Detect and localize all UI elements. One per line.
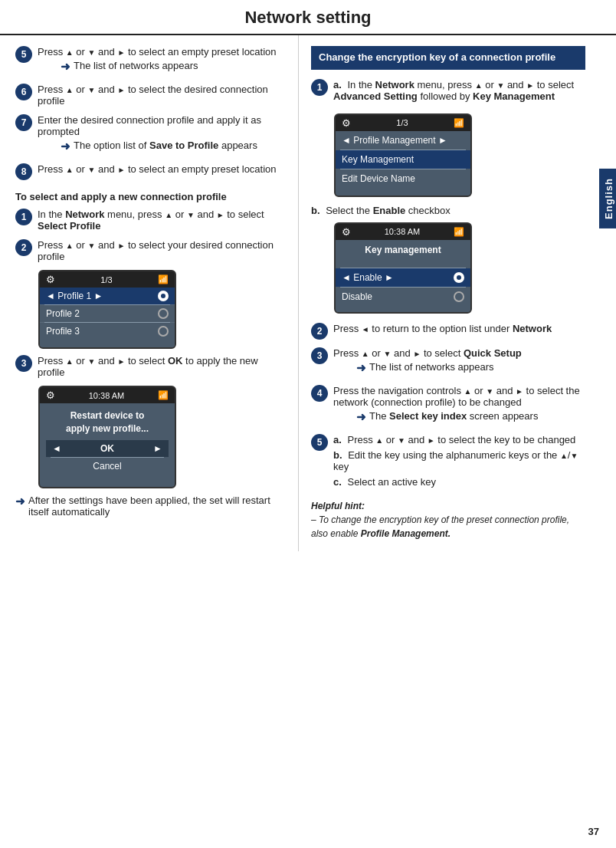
r-step-num-5: 5 bbox=[311, 434, 328, 451]
device-screen-profile: ⚙ 1/3 📶 ◄ Profile 1 ► Profile 2 Profile … bbox=[38, 270, 176, 349]
enable-screen-title: Key management bbox=[365, 245, 441, 255]
r-step-5b: b. Edit the key using the alphanumeric k… bbox=[333, 449, 585, 472]
left-column: 5 Press or and to select an empty preset… bbox=[0, 35, 299, 551]
profile-row-2: Profile 2 bbox=[40, 305, 175, 322]
km-row-profile: ◄ Profile Management ► bbox=[336, 131, 470, 150]
cancel-row: Cancel bbox=[46, 458, 169, 475]
step-num-5: 5 bbox=[15, 46, 32, 63]
right-tri: ► bbox=[153, 443, 162, 454]
sub-step-1: 1 In the Network menu, press or and to s… bbox=[15, 209, 286, 232]
subsection-title: To select and apply a new connection pro… bbox=[15, 191, 286, 202]
profile-2-label: Profile 2 bbox=[46, 308, 80, 319]
r-step-3-arrow: ➜ The list of networks appears bbox=[356, 361, 585, 375]
profile-row-1: ◄ Profile 1 ► bbox=[40, 288, 175, 304]
helpful-hint: Helpful hint: – To change the encryption… bbox=[311, 499, 585, 541]
left-tri: ◄ bbox=[52, 443, 61, 454]
r-step-5a: a. Press or and to select the key to be … bbox=[333, 434, 585, 445]
r-step-1a-text: In the Network menu, press or and to sel… bbox=[333, 79, 574, 102]
sub-step-3-text: Press or and to select OK to apply the n… bbox=[38, 355, 258, 378]
device-screen-enable: ⚙ 10:38 AM 📶 Key management ◄ Enable ► D… bbox=[334, 222, 472, 314]
profile-2-radio bbox=[158, 308, 169, 319]
profile-1-radio bbox=[158, 291, 169, 301]
profile-3-label: Profile 3 bbox=[46, 326, 80, 337]
screen-statusbar-enable: ⚙ 10:38 AM 📶 bbox=[336, 224, 470, 240]
km-profile-label: ◄ Profile Management ► bbox=[342, 135, 447, 146]
km-editdevice-label: Edit Device Name bbox=[342, 173, 415, 184]
r-step-1b-text: Select the Enable checkbox bbox=[326, 205, 451, 216]
r-step-num-1: 1 bbox=[311, 79, 328, 96]
r-step-5a-text: Press or and to select the key to be cha… bbox=[347, 434, 575, 445]
disable-row: Disable bbox=[336, 288, 470, 306]
km-keymgmt-label: Key Management bbox=[342, 154, 414, 165]
screen-body-1: ◄ Profile 1 ► Profile 2 Profile 3 bbox=[40, 288, 175, 347]
screen-status-km: 1/3 bbox=[396, 118, 408, 127]
step-7: 7 Enter the desired connection profile a… bbox=[15, 114, 286, 156]
profile-3-radio bbox=[158, 326, 169, 337]
disable-label: Disable bbox=[342, 291, 372, 302]
screen-statusbar-2: ⚙ 10:38 AM 📶 bbox=[40, 387, 175, 403]
r-step-num-3: 3 bbox=[311, 347, 328, 364]
r-step-5: 5 a. Press or and to select the key to b… bbox=[311, 434, 585, 491]
step-7-arrow-text: The option list of Save to Profile appea… bbox=[74, 140, 257, 151]
ok-row: ◄ OK ► bbox=[46, 440, 169, 457]
r-step-3-arrow-text: The list of networks appears bbox=[369, 361, 494, 373]
page-number: 37 bbox=[588, 826, 599, 837]
step-3-arrow-text: After the settings have been applied, th… bbox=[28, 495, 286, 518]
wifi-icon-2: 📶 bbox=[158, 390, 169, 400]
step-num-7: 7 bbox=[15, 114, 32, 131]
screen-status-2: 10:38 AM bbox=[89, 391, 124, 400]
wifi-icon-km: 📶 bbox=[454, 118, 464, 128]
english-tab: English bbox=[599, 169, 616, 228]
ok-label: OK bbox=[100, 443, 114, 454]
ok-screen-body: Restart device toapply new profile... ◄ … bbox=[40, 403, 175, 487]
section-heading: Change the encryption key of a connectio… bbox=[311, 46, 585, 70]
step-8-text: Press or and to select an empty preset l… bbox=[38, 163, 277, 175]
sub-step-2-text: Press or and to select your desired conn… bbox=[38, 239, 274, 262]
page-title: Network setting bbox=[0, 0, 616, 35]
step-5-text: Press or and to select an empty preset l… bbox=[38, 46, 277, 58]
r-step-3: 3 Press or and to select Quick Setup ➜ T… bbox=[311, 347, 585, 377]
disable-radio bbox=[454, 291, 464, 302]
r-step-1: 1 a. In the Network menu, press or and t… bbox=[311, 79, 585, 106]
device-screen-km: ⚙ 1/3 📶 ◄ Profile Management ► Key Manag… bbox=[334, 113, 472, 197]
screen-statusbar-1: ⚙ 1/3 📶 bbox=[40, 271, 175, 288]
r-step-5c-text: Select an active key bbox=[347, 476, 436, 488]
km-row-editdevice: Edit Device Name bbox=[336, 169, 470, 188]
screen-status-1: 1/3 bbox=[100, 275, 112, 284]
sub-step-2: 2 Press or and to select your desired co… bbox=[15, 239, 286, 262]
step-5: 5 Press or and to select an empty preset… bbox=[15, 46, 286, 76]
step-5-arrow-text: The list of networks appears bbox=[74, 60, 198, 71]
wifi-icon-enable: 📶 bbox=[454, 227, 464, 237]
r-step-2-text: Press to return to the option list under… bbox=[333, 323, 552, 334]
step-7-arrow: ➜ The option list of Save to Profile app… bbox=[61, 140, 286, 153]
r-step-3-text: Press or and to select Quick Setup bbox=[333, 347, 522, 359]
step-num-6: 6 bbox=[15, 84, 32, 100]
step-8: 8 Press or and to select an empty preset… bbox=[15, 163, 286, 180]
step-7-text: Enter the desired connection profile and… bbox=[38, 114, 261, 137]
km-screen-body: ◄ Profile Management ► Key Management Ed… bbox=[336, 131, 470, 196]
gear-icon: ⚙ bbox=[46, 274, 55, 285]
sub-step-1-text: In the Network menu, press or and to sel… bbox=[38, 209, 264, 232]
ok-screen-text: Restart device toapply new profile... bbox=[46, 409, 169, 436]
sub-step-num-1: 1 bbox=[15, 209, 32, 225]
sub-step-num-2: 2 bbox=[15, 239, 32, 256]
gear-icon-enable: ⚙ bbox=[342, 226, 351, 238]
sub-step-num-3: 3 bbox=[15, 355, 32, 372]
r-step-1b-label: b. bbox=[311, 205, 320, 216]
r-step-4-arrow: ➜ The Select key index screen appears bbox=[356, 410, 585, 424]
step-3-arrow: ➜ After the settings have been applied, … bbox=[15, 495, 286, 518]
r-step-5c: c. Select an active key bbox=[333, 476, 585, 488]
r-step-4: 4 Press the navigation controls or and t… bbox=[311, 385, 585, 426]
r-step-4-arrow-text: The Select key index screen appears bbox=[369, 410, 538, 422]
r-step-1a: a. In the Network menu, press or and to … bbox=[333, 79, 585, 102]
screen-status-enable: 10:38 AM bbox=[385, 227, 420, 236]
enable-radio bbox=[454, 272, 464, 283]
gear-icon-2: ⚙ bbox=[46, 389, 55, 401]
r-step-num-2: 2 bbox=[311, 323, 328, 340]
step-6: 6 Press or and to select the desired con… bbox=[15, 84, 286, 107]
profile-row-3: Profile 3 bbox=[40, 323, 175, 340]
enable-screen-body: Key management ◄ Enable ► Disable bbox=[336, 240, 470, 312]
wifi-icon: 📶 bbox=[158, 274, 169, 284]
r-step-4-text: Press the navigation controls or and to … bbox=[333, 385, 580, 408]
helpful-hint-text: – To change the encryption key of the pr… bbox=[311, 514, 569, 539]
